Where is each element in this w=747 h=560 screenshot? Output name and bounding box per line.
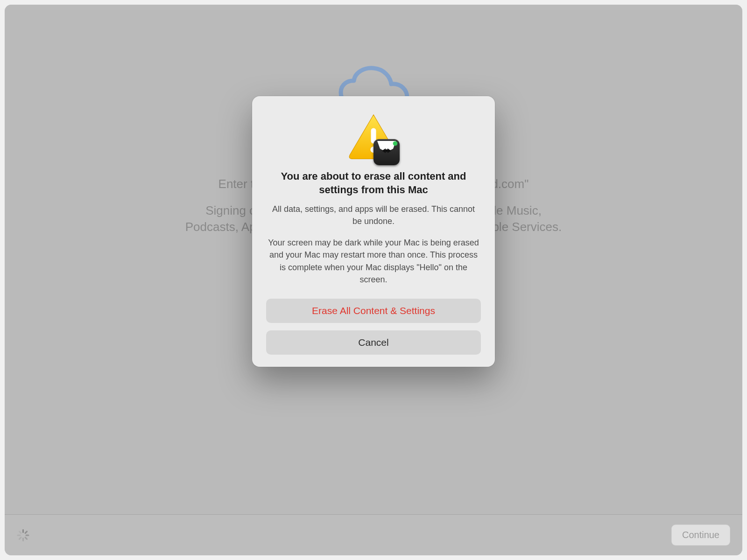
alert-body-2: Your screen may be dark while your Mac i… xyxy=(266,237,481,285)
alert-title: You are about to erase all content and s… xyxy=(266,170,481,196)
erase-assistant-window: Si gn Out of Apple I D Enter the p asswo… xyxy=(5,5,742,555)
footer-bar: Continue xyxy=(5,514,742,555)
cancel-button[interactable]: Cancel xyxy=(266,330,481,355)
setup-assistant-app-icon xyxy=(374,139,400,165)
loading-spinner-icon xyxy=(17,529,29,541)
erase-all-button[interactable]: Erase All Content & Settings xyxy=(266,299,481,323)
continue-button[interactable]: Continue xyxy=(671,525,730,546)
erase-confirmation-dialog: You are about to erase all content and s… xyxy=(252,96,495,367)
alert-body-1: All data, settings, and apps will be era… xyxy=(266,203,481,227)
alert-icon-group xyxy=(266,110,481,161)
